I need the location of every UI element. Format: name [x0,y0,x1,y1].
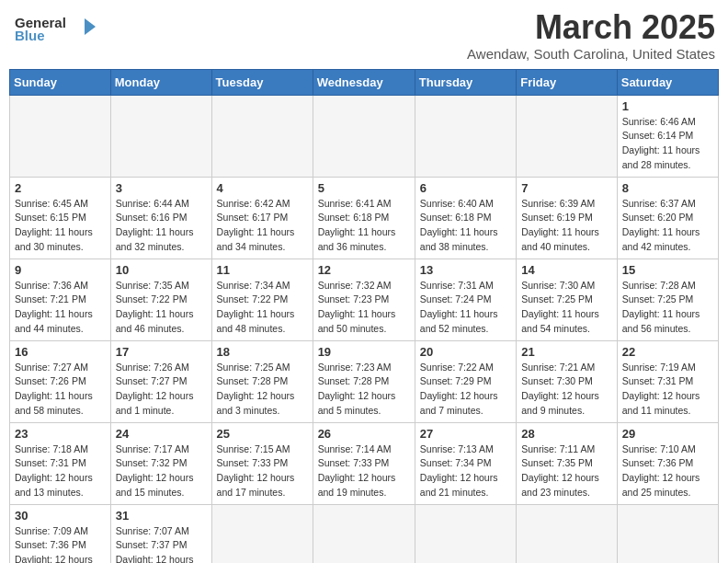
day-info: Sunrise: 7:34 AMSunset: 7:22 PMDaylight:… [217,279,308,337]
svg-marker-2 [85,18,96,35]
day-info: Sunrise: 7:31 AMSunset: 7:24 PMDaylight:… [420,279,511,337]
day-info: Sunrise: 7:13 AMSunset: 7:34 PMDaylight:… [420,442,511,500]
day-number: 19 [318,345,410,359]
calendar-cell: 5Sunrise: 6:41 AMSunset: 6:18 PMDaylight… [313,177,415,259]
calendar-week-row: 2Sunrise: 6:45 AMSunset: 6:15 PMDaylight… [10,177,719,259]
day-info: Sunrise: 7:21 AMSunset: 7:30 PMDaylight:… [521,361,612,419]
day-number: 23 [15,427,106,441]
calendar-cell: 17Sunrise: 7:26 AMSunset: 7:27 PMDayligh… [110,340,211,422]
day-number: 30 [15,509,106,523]
calendar-cell: 23Sunrise: 7:18 AMSunset: 7:31 PMDayligh… [10,422,111,504]
calendar-cell: 13Sunrise: 7:31 AMSunset: 7:24 PMDayligh… [415,259,516,340]
day-number: 14 [521,263,612,277]
calendar-cell: 14Sunrise: 7:30 AMSunset: 7:25 PMDayligh… [517,259,618,340]
day-info: Sunrise: 6:41 AMSunset: 6:18 PMDaylight:… [318,197,410,255]
day-info: Sunrise: 7:11 AMSunset: 7:35 PMDaylight:… [521,442,612,500]
day-info: Sunrise: 7:18 AMSunset: 7:31 PMDaylight:… [15,442,106,500]
day-number: 20 [420,345,511,359]
calendar-cell: 9Sunrise: 7:36 AMSunset: 7:21 PMDaylight… [10,259,111,340]
svg-text:Blue: Blue [15,28,45,43]
calendar-cell: 27Sunrise: 7:13 AMSunset: 7:34 PMDayligh… [415,422,516,504]
page-header: General Blue March 2025 Awendaw, South C… [9,9,719,62]
calendar-cell: 15Sunrise: 7:28 AMSunset: 7:25 PMDayligh… [617,259,718,340]
calendar-cell: 1Sunrise: 6:46 AMSunset: 6:14 PMDaylight… [617,95,718,177]
day-number: 27 [420,427,511,441]
day-number: 4 [217,181,308,195]
calendar-cell: 20Sunrise: 7:22 AMSunset: 7:29 PMDayligh… [415,340,516,422]
calendar-cell: 2Sunrise: 6:45 AMSunset: 6:15 PMDaylight… [10,177,111,259]
day-number: 7 [521,181,612,195]
day-info: Sunrise: 7:28 AMSunset: 7:25 PMDaylight:… [622,279,713,337]
month-title: March 2025 [467,9,715,46]
weekday-header-wednesday: Wednesday [313,69,415,95]
calendar-cell [110,95,211,177]
calendar-week-row: 16Sunrise: 7:27 AMSunset: 7:26 PMDayligh… [10,340,719,422]
day-info: Sunrise: 7:09 AMSunset: 7:36 PMDaylight:… [15,524,106,563]
day-number: 17 [116,345,207,359]
calendar-cell: 16Sunrise: 7:27 AMSunset: 7:26 PMDayligh… [10,340,111,422]
day-info: Sunrise: 6:40 AMSunset: 6:18 PMDaylight:… [420,197,511,255]
day-info: Sunrise: 6:46 AMSunset: 6:14 PMDaylight:… [622,115,713,173]
calendar-cell: 22Sunrise: 7:19 AMSunset: 7:31 PMDayligh… [617,340,718,422]
day-number: 31 [116,509,207,523]
day-info: Sunrise: 6:39 AMSunset: 6:19 PMDaylight:… [521,197,612,255]
day-info: Sunrise: 6:37 AMSunset: 6:20 PMDaylight:… [622,197,713,255]
day-info: Sunrise: 7:10 AMSunset: 7:36 PMDaylight:… [622,442,713,500]
day-number: 1 [622,99,713,113]
day-info: Sunrise: 7:07 AMSunset: 7:37 PMDaylight:… [116,524,207,563]
day-info: Sunrise: 7:15 AMSunset: 7:33 PMDaylight:… [217,442,308,500]
day-info: Sunrise: 7:36 AMSunset: 7:21 PMDaylight:… [15,279,106,337]
day-info: Sunrise: 7:14 AMSunset: 7:33 PMDaylight:… [318,442,410,500]
calendar-cell: 10Sunrise: 7:35 AMSunset: 7:22 PMDayligh… [110,259,211,340]
day-number: 5 [318,181,410,195]
day-info: Sunrise: 7:27 AMSunset: 7:26 PMDaylight:… [15,361,106,419]
calendar-cell: 21Sunrise: 7:21 AMSunset: 7:30 PMDayligh… [517,340,618,422]
day-number: 24 [116,427,207,441]
calendar-cell [211,504,313,563]
day-number: 12 [318,263,410,277]
day-info: Sunrise: 7:23 AMSunset: 7:28 PMDaylight:… [318,361,410,419]
day-info: Sunrise: 7:26 AMSunset: 7:27 PMDaylight:… [116,361,207,419]
calendar-cell [517,95,618,177]
day-number: 15 [622,263,713,277]
weekday-header-monday: Monday [110,69,211,95]
calendar-cell: 29Sunrise: 7:10 AMSunset: 7:36 PMDayligh… [617,422,718,504]
calendar-cell [313,95,415,177]
day-number: 26 [318,427,410,441]
day-info: Sunrise: 7:19 AMSunset: 7:31 PMDaylight:… [622,361,713,419]
calendar-week-row: 30Sunrise: 7:09 AMSunset: 7:36 PMDayligh… [10,504,719,563]
day-number: 9 [15,263,106,277]
calendar-cell: 7Sunrise: 6:39 AMSunset: 6:19 PMDaylight… [517,177,618,259]
calendar-cell [517,504,618,563]
weekday-header-sunday: Sunday [10,69,111,95]
calendar-cell: 11Sunrise: 7:34 AMSunset: 7:22 PMDayligh… [211,259,313,340]
calendar-cell: 3Sunrise: 6:44 AMSunset: 6:16 PMDaylight… [110,177,211,259]
calendar-week-row: 9Sunrise: 7:36 AMSunset: 7:21 PMDaylight… [10,259,719,340]
calendar-cell: 28Sunrise: 7:11 AMSunset: 7:35 PMDayligh… [517,422,618,504]
calendar-week-row: 1Sunrise: 6:46 AMSunset: 6:14 PMDaylight… [10,95,719,177]
calendar-cell: 8Sunrise: 6:37 AMSunset: 6:20 PMDaylight… [617,177,718,259]
calendar-cell [617,504,718,563]
day-number: 22 [622,345,713,359]
day-info: Sunrise: 6:42 AMSunset: 6:17 PMDaylight:… [217,197,308,255]
calendar-cell: 18Sunrise: 7:25 AMSunset: 7:28 PMDayligh… [211,340,313,422]
weekday-header-tuesday: Tuesday [211,69,313,95]
day-info: Sunrise: 7:35 AMSunset: 7:22 PMDaylight:… [116,279,207,337]
calendar-cell: 24Sunrise: 7:17 AMSunset: 7:32 PMDayligh… [110,422,211,504]
day-info: Sunrise: 7:30 AMSunset: 7:25 PMDaylight:… [521,279,612,337]
day-number: 3 [116,181,207,195]
day-number: 28 [521,427,612,441]
day-info: Sunrise: 7:17 AMSunset: 7:32 PMDaylight:… [116,442,207,500]
title-block: March 2025 Awendaw, South Carolina, Unit… [467,9,715,62]
calendar-cell: 12Sunrise: 7:32 AMSunset: 7:23 PMDayligh… [313,259,415,340]
calendar-cell: 26Sunrise: 7:14 AMSunset: 7:33 PMDayligh… [313,422,415,504]
day-number: 18 [217,345,308,359]
day-number: 13 [420,263,511,277]
calendar-cell [415,504,516,563]
calendar-cell: 6Sunrise: 6:40 AMSunset: 6:18 PMDaylight… [415,177,516,259]
day-number: 6 [420,181,511,195]
day-info: Sunrise: 7:25 AMSunset: 7:28 PMDaylight:… [217,361,308,419]
logo: General Blue [13,9,96,44]
day-number: 21 [521,345,612,359]
day-number: 10 [116,263,207,277]
